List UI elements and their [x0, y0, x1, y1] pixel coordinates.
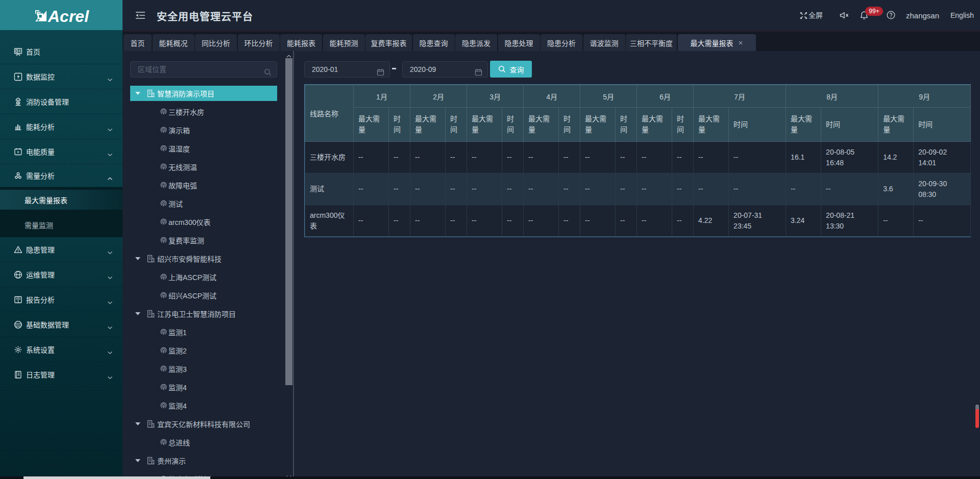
svg-text:Acrel: Acrel: [47, 7, 89, 26]
